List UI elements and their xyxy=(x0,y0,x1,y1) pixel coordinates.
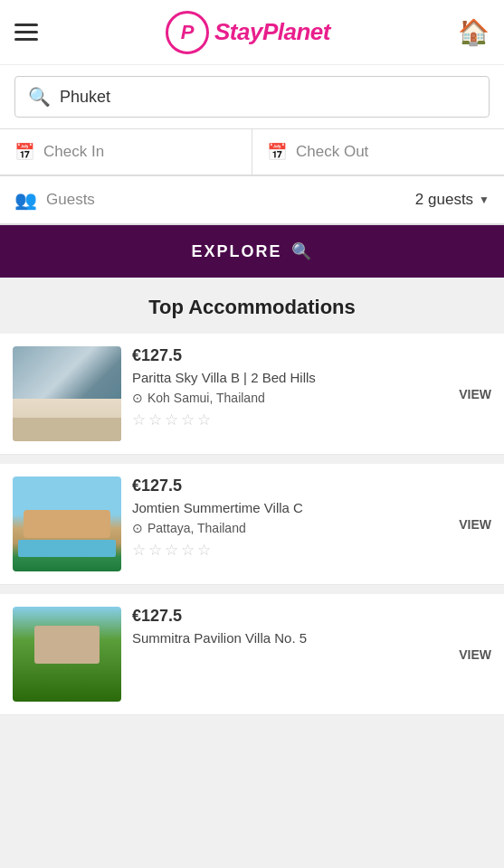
star-3: ☆ xyxy=(165,541,178,560)
accommodation-image-2 xyxy=(13,476,121,571)
search-icon: 🔍 xyxy=(28,86,51,108)
star-5: ☆ xyxy=(197,410,211,429)
view-button-2[interactable]: VIEW xyxy=(459,514,491,535)
checkout-calendar-icon: 📅 xyxy=(267,142,287,162)
accommodation-info-2: €127.5 Jomtien Summertime Villa C ⊙ Patt… xyxy=(132,476,435,560)
accommodation-info-1: €127.5 Paritta Sky Villa B | 2 Bed Hills… xyxy=(132,346,435,429)
checkout-label: Check Out xyxy=(296,143,368,161)
date-row: 📅 Check In 📅 Check Out xyxy=(0,129,504,176)
accommodations-section: Top Accommodations €127.5 Paritta Sky Vi… xyxy=(0,278,504,742)
app-header: P StayPlanet 🏠 xyxy=(0,0,504,65)
guests-label: Guests xyxy=(46,191,95,209)
guests-count: 2 guests xyxy=(415,191,473,209)
guests-row: 👥 Guests 2 guests ▼ xyxy=(0,176,504,225)
accommodation-actions-3: VIEW xyxy=(446,644,491,665)
guests-left: 👥 Guests xyxy=(14,189,95,211)
accommodation-price-3: €127.5 xyxy=(132,607,435,626)
checkin-field[interactable]: 📅 Check In xyxy=(0,129,252,175)
accommodation-location-2: ⊙ Pattaya, Thailand xyxy=(132,521,435,535)
view-button-1[interactable]: VIEW xyxy=(459,383,491,405)
hamburger-menu[interactable] xyxy=(14,24,38,41)
star-2: ☆ xyxy=(148,541,162,560)
accommodation-card-3: €127.5 Summitra Pavilion Villa No. 5 VIE… xyxy=(0,594,504,715)
section-title: Top Accommodations xyxy=(0,296,504,319)
accommodation-price-1: €127.5 xyxy=(132,346,435,365)
checkin-label: Check In xyxy=(43,143,104,161)
accommodation-name-3: Summitra Pavilion Villa No. 5 xyxy=(132,629,435,647)
star-4: ☆ xyxy=(181,410,195,429)
accommodation-actions-2: VIEW xyxy=(446,514,491,535)
accommodation-name-2: Jomtien Summertime Villa C xyxy=(132,499,435,517)
checkout-field[interactable]: 📅 Check Out xyxy=(252,129,504,175)
star-5: ☆ xyxy=(197,541,211,560)
star-3: ☆ xyxy=(165,410,178,429)
location-text-1: Koh Samui, Thailand xyxy=(147,391,265,405)
logo-text: StayPlanet xyxy=(214,18,330,46)
accommodation-stars-2: ☆ ☆ ☆ ☆ ☆ xyxy=(132,541,435,560)
search-input[interactable] xyxy=(60,88,476,107)
accommodation-image-1 xyxy=(13,346,121,441)
logo-circle: P xyxy=(166,11,209,54)
explore-button[interactable]: EXPLORE 🔍 xyxy=(0,225,504,278)
accommodation-card-2: €127.5 Jomtien Summertime Villa C ⊙ Patt… xyxy=(0,464,504,585)
guests-selector[interactable]: 2 guests ▼ xyxy=(415,191,490,209)
location-icon-1: ⊙ xyxy=(132,391,143,405)
search-section: 🔍 xyxy=(0,65,504,129)
accommodation-location-1: ⊙ Koh Samui, Thailand xyxy=(132,391,435,405)
accommodation-card-1: €127.5 Paritta Sky Villa B | 2 Bed Hills… xyxy=(0,334,504,455)
accommodation-info-3: €127.5 Summitra Pavilion Villa No. 5 xyxy=(132,607,435,656)
guests-icon: 👥 xyxy=(14,189,37,211)
logo: P StayPlanet xyxy=(166,11,330,54)
location-icon-2: ⊙ xyxy=(132,521,143,535)
dropdown-arrow-icon: ▼ xyxy=(479,193,490,206)
explore-search-icon: 🔍 xyxy=(291,241,313,261)
accommodation-name-1: Paritta Sky Villa B | 2 Bed Hills xyxy=(132,369,435,387)
accommodation-actions-1: VIEW xyxy=(446,383,491,405)
home-icon[interactable]: 🏠 xyxy=(458,17,490,47)
checkin-calendar-icon: 📅 xyxy=(14,142,34,162)
search-box[interactable]: 🔍 xyxy=(14,76,490,118)
logo-letter: P xyxy=(181,21,195,44)
accommodation-image-3 xyxy=(13,607,121,702)
star-1: ☆ xyxy=(132,410,146,429)
explore-label: EXPLORE xyxy=(191,242,281,261)
star-1: ☆ xyxy=(132,541,146,560)
star-4: ☆ xyxy=(181,541,195,560)
location-text-2: Pattaya, Thailand xyxy=(147,521,246,535)
accommodation-stars-1: ☆ ☆ ☆ ☆ ☆ xyxy=(132,410,435,429)
accommodation-price-2: €127.5 xyxy=(132,476,435,495)
star-2: ☆ xyxy=(148,410,162,429)
view-button-3[interactable]: VIEW xyxy=(459,644,491,665)
